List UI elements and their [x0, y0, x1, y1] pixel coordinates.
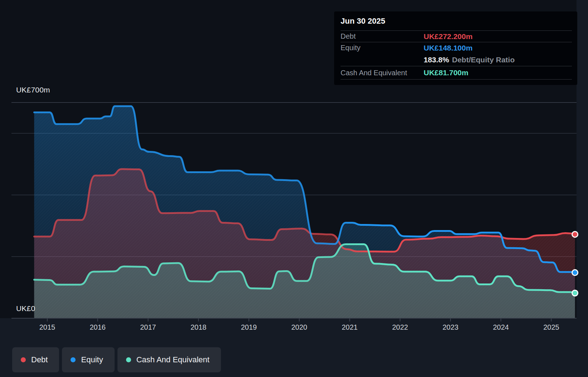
tooltip-cash-label: Cash And Equivalent — [341, 69, 407, 77]
tooltip-cash-row: Cash And Equivalent UK£81.700m — [334, 66, 577, 79]
y-axis-label-zero: UK£0 — [16, 304, 35, 313]
tooltip-debt-label: Debt — [341, 32, 356, 40]
tooltip-date: Jun 30 2025 — [334, 11, 577, 30]
end-dot-debt — [572, 232, 578, 237]
x-axis-ticks — [47, 318, 551, 321]
tooltip-equity-row: Equity UK£148.100m — [334, 42, 577, 53]
x-axis-label-2015: 2015 — [39, 323, 56, 331]
tooltip-ratio: 183.8%Debt/Equity Ratio — [424, 56, 515, 64]
legend-label-cash: Cash And Equivalent — [136, 355, 209, 364]
legend-item-equity[interactable]: Equity — [62, 347, 114, 372]
debt-swatch-icon — [21, 357, 26, 362]
cash-swatch-icon — [126, 357, 131, 362]
chart-legend: Debt Equity Cash And Equivalent — [12, 347, 221, 372]
legend-label-equity: Equity — [81, 355, 103, 364]
tooltip-equity-value: UK£148.100m — [424, 44, 473, 52]
tooltip-debt-value: UK£272.200m — [424, 32, 473, 41]
x-axis-label-2023: 2023 — [443, 323, 459, 331]
x-axis-label-2024: 2024 — [493, 323, 509, 331]
tooltip-ratio-row: 183.8%Debt/Equity Ratio — [334, 53, 577, 66]
equity-swatch-icon — [71, 357, 76, 362]
x-axis-label-2017: 2017 — [140, 323, 156, 331]
x-axis-label-2022: 2022 — [392, 323, 408, 331]
legend-label-debt: Debt — [31, 355, 48, 364]
tooltip-ratio-value: 183.8% — [424, 56, 449, 64]
tooltip-equity-label: Equity — [341, 44, 361, 52]
debt-equity-history-page: UK£700m UK£0 201520162017201820192020202… — [0, 0, 588, 377]
x-axis-label-2016: 2016 — [90, 323, 106, 331]
chart-tooltip: Jun 30 2025 Debt UK£272.200m Equity UK£1… — [334, 11, 577, 85]
y-axis-label-max: UK£700m — [16, 86, 50, 94]
x-axis-label-2025: 2025 — [543, 323, 559, 331]
x-axis-label-2020: 2020 — [291, 323, 307, 331]
tooltip-debt-row: Debt UK£272.200m — [334, 31, 577, 42]
x-axis-label-2018: 2018 — [191, 323, 207, 331]
tooltip-cash-value: UK£81.700m — [424, 68, 468, 77]
legend-item-cash[interactable]: Cash And Equivalent — [117, 347, 221, 372]
tooltip-divider — [341, 79, 572, 80]
tooltip-ratio-label: Debt/Equity Ratio — [452, 56, 515, 64]
x-axis-label-2019: 2019 — [241, 323, 257, 331]
x-axis-label-2021: 2021 — [342, 323, 358, 331]
legend-item-debt[interactable]: Debt — [12, 347, 59, 372]
end-dot-cash-and-equivalent — [572, 290, 578, 296]
end-dot-equity — [572, 270, 578, 276]
